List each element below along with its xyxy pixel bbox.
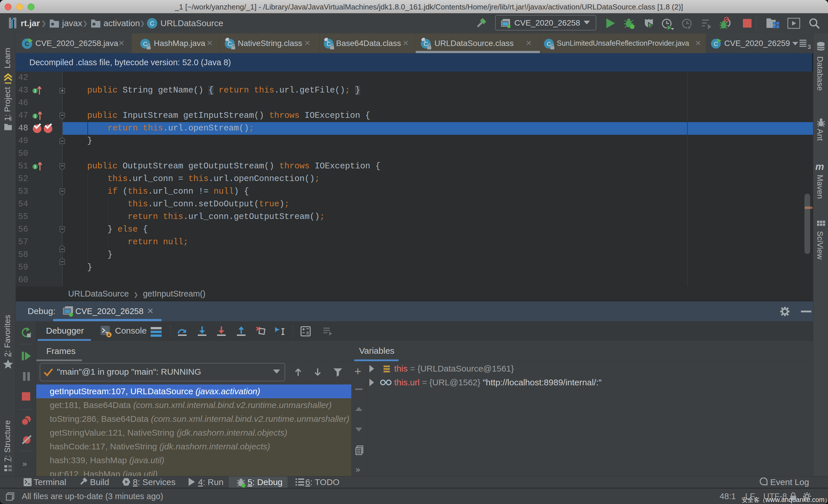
svg-text:C: C: [326, 41, 331, 47]
svg-text:C: C: [423, 41, 428, 47]
svg-text:C: C: [227, 41, 232, 47]
svg-text:3: 3: [808, 44, 811, 50]
svg-text:C: C: [546, 41, 551, 47]
svg-text:C: C: [143, 41, 147, 47]
svg-text:I: I: [34, 114, 36, 119]
svg-text:C: C: [150, 20, 154, 27]
svg-text:I: I: [34, 164, 36, 169]
svg-text:I: I: [34, 89, 36, 93]
